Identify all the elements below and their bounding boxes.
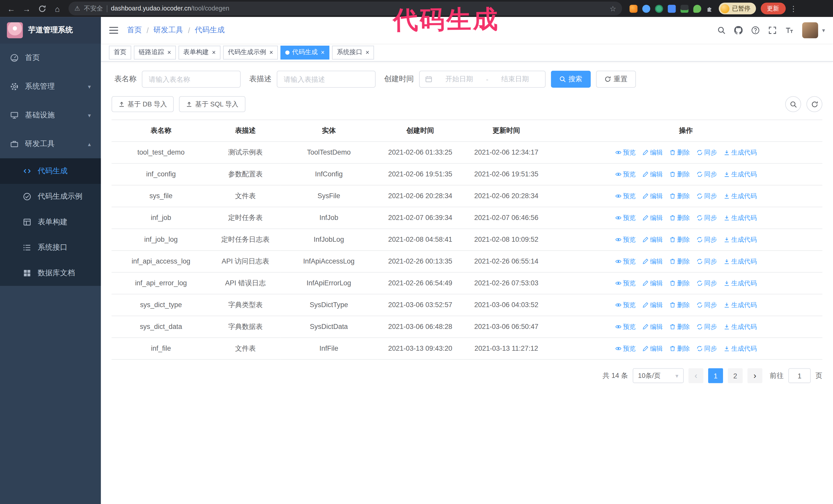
edit-link[interactable]: 编辑: [642, 256, 663, 267]
edit-link[interactable]: 编辑: [642, 213, 663, 223]
user-avatar[interactable]: [803, 22, 818, 38]
address-bar[interactable]: ⚠ 不安全 dashboard.yudao.iocoder.cn /tool/c…: [68, 2, 622, 16]
sync-link[interactable]: 同步: [696, 234, 717, 245]
table-desc-input[interactable]: [277, 71, 376, 88]
delete-link[interactable]: 删除: [669, 234, 690, 245]
sidebar-item-form-builder[interactable]: 表单构建: [0, 210, 101, 235]
generate-code-link[interactable]: 生成代码: [723, 213, 757, 223]
preview-link[interactable]: 预览: [615, 234, 636, 245]
search-button[interactable]: 搜索: [551, 71, 591, 88]
generate-code-link[interactable]: 生成代码: [723, 300, 757, 310]
preview-link[interactable]: 预览: [615, 300, 636, 310]
tab-system-api[interactable]: 系统接口 ×: [332, 45, 374, 59]
delete-link[interactable]: 删除: [669, 147, 690, 158]
extension-icon[interactable]: [693, 5, 701, 13]
sync-link[interactable]: 同步: [696, 343, 717, 354]
extension-icon[interactable]: [681, 5, 688, 13]
page-button-2[interactable]: 2: [728, 368, 743, 383]
edit-link[interactable]: 编辑: [642, 343, 663, 354]
generate-code-link[interactable]: 生成代码: [723, 191, 757, 201]
preview-link[interactable]: 预览: [615, 169, 636, 179]
refresh-button[interactable]: [806, 96, 822, 112]
edit-link[interactable]: 编辑: [642, 300, 663, 310]
extension-icon[interactable]: [655, 5, 663, 13]
edit-link[interactable]: 编辑: [642, 147, 663, 158]
back-icon[interactable]: ←: [4, 2, 18, 16]
extension-icon[interactable]: [642, 5, 650, 13]
toggle-search-button[interactable]: [785, 96, 801, 112]
caret-down-icon[interactable]: ▾: [822, 27, 825, 34]
preview-link[interactable]: 预览: [615, 321, 636, 332]
close-icon[interactable]: ×: [269, 49, 273, 56]
search-icon[interactable]: [717, 26, 726, 34]
breadcrumb-home[interactable]: 首页: [127, 25, 142, 35]
sidebar-item-codegen[interactable]: 代码生成: [0, 159, 101, 184]
home-icon[interactable]: ⌂: [50, 2, 64, 16]
delete-link[interactable]: 删除: [669, 191, 690, 201]
preview-link[interactable]: 预览: [615, 343, 636, 354]
security-label[interactable]: 不安全: [84, 4, 103, 13]
sync-link[interactable]: 同步: [696, 147, 717, 158]
profile-paused-chip[interactable]: 已暂停: [719, 3, 756, 14]
delete-link[interactable]: 删除: [669, 300, 690, 310]
sync-link[interactable]: 同步: [696, 300, 717, 310]
prev-page-button[interactable]: ‹: [688, 368, 703, 383]
edit-link[interactable]: 编辑: [642, 234, 663, 245]
sync-link[interactable]: 同步: [696, 278, 717, 288]
table-name-input[interactable]: [142, 71, 241, 88]
app-logo[interactable]: 芋道管理系统: [0, 17, 101, 44]
sync-link[interactable]: 同步: [696, 169, 717, 179]
goto-page-input[interactable]: [788, 368, 811, 383]
preview-link[interactable]: 预览: [615, 213, 636, 223]
generate-code-link[interactable]: 生成代码: [723, 321, 757, 332]
preview-link[interactable]: 预览: [615, 278, 636, 288]
close-icon[interactable]: ×: [212, 49, 216, 56]
preview-link[interactable]: 预览: [615, 191, 636, 201]
sidebar-item-devtools[interactable]: 研发工具 ▴: [0, 130, 101, 159]
sync-link[interactable]: 同步: [696, 256, 717, 267]
generate-code-link[interactable]: 生成代码: [723, 234, 757, 245]
sync-link[interactable]: 同步: [696, 213, 717, 223]
extension-icon[interactable]: [629, 5, 638, 13]
import-sql-button[interactable]: 基于 SQL 导入: [179, 96, 245, 112]
sidebar-item-infra[interactable]: 基础设施 ▾: [0, 101, 101, 130]
generate-code-link[interactable]: 生成代码: [723, 147, 757, 158]
delete-link[interactable]: 删除: [669, 343, 690, 354]
page-button-1[interactable]: 1: [708, 368, 723, 383]
delete-link[interactable]: 删除: [669, 169, 690, 179]
font-size-icon[interactable]: [785, 26, 794, 34]
generate-code-link[interactable]: 生成代码: [723, 169, 757, 179]
extensions-puzzle-icon[interactable]: [706, 5, 714, 13]
generate-code-link[interactable]: 生成代码: [723, 256, 757, 267]
fullscreen-icon[interactable]: [768, 26, 777, 34]
tab-codegen[interactable]: 代码生成 ×: [280, 45, 329, 59]
preview-link[interactable]: 预览: [615, 256, 636, 267]
import-db-button[interactable]: 基于 DB 导入: [112, 96, 174, 112]
chrome-update-button[interactable]: 更新: [760, 3, 785, 14]
tab-form-builder[interactable]: 表单构建 ×: [178, 45, 220, 59]
tab-codegen-example[interactable]: 代码生成示例 ×: [223, 45, 278, 59]
edit-link[interactable]: 编辑: [642, 169, 663, 179]
generate-code-link[interactable]: 生成代码: [723, 343, 757, 354]
preview-link[interactable]: 预览: [615, 147, 636, 158]
edit-link[interactable]: 编辑: [642, 278, 663, 288]
tab-home[interactable]: 首页: [109, 45, 131, 59]
sidebar-item-system[interactable]: 系统管理 ▾: [0, 72, 101, 101]
extension-icon[interactable]: [668, 5, 675, 13]
sidebar-item-codegen-example[interactable]: 代码生成示例: [0, 184, 101, 209]
delete-link[interactable]: 删除: [669, 256, 690, 267]
generate-code-link[interactable]: 生成代码: [723, 278, 757, 288]
browser-menu-icon[interactable]: ⋮: [787, 4, 800, 13]
tab-tracing[interactable]: 链路追踪 ×: [134, 45, 176, 59]
bookmark-star-icon[interactable]: ☆: [610, 4, 616, 13]
close-icon[interactable]: ×: [321, 49, 325, 56]
date-range-picker[interactable]: 开始日期 - 结束日期: [419, 71, 545, 88]
close-icon[interactable]: ×: [365, 49, 369, 56]
page-url[interactable]: dashboard.yudao.iocoder.cn /tool/codegen: [111, 5, 230, 12]
page-size-select[interactable]: 10条/页 ▾: [633, 368, 684, 383]
reload-icon[interactable]: [35, 2, 49, 16]
delete-link[interactable]: 删除: [669, 278, 690, 288]
breadcrumb-devtools[interactable]: 研发工具: [153, 25, 183, 35]
sidebar-item-db-doc[interactable]: 数据库文档: [0, 261, 101, 286]
help-icon[interactable]: [752, 26, 760, 34]
